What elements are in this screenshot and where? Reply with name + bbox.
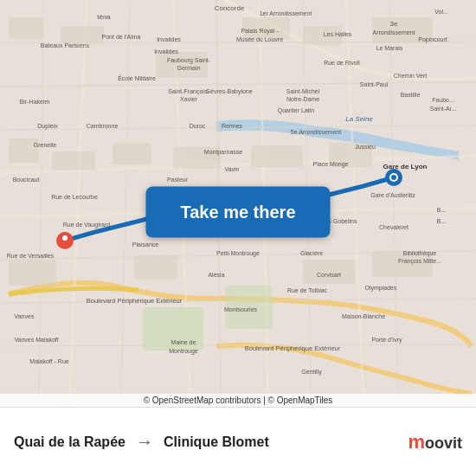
svg-text:Arrondissement: Arrondissement (372, 29, 415, 35)
svg-rect-15 (9, 260, 56, 286)
svg-rect-13 (251, 145, 303, 167)
svg-text:Faubo...: Faubo... (432, 97, 454, 103)
svg-rect-16 (134, 255, 177, 280)
svg-text:Cambronne: Cambronne (87, 123, 119, 129)
svg-text:Rue de Lecourbe: Rue de Lecourbe (51, 194, 98, 200)
svg-text:Jussieu: Jussieu (355, 144, 376, 150)
svg-rect-11 (113, 143, 151, 164)
button-overlay: Take me there (145, 187, 330, 238)
take-me-there-button[interactable]: Take me there (145, 187, 330, 238)
svg-text:Alésia: Alésia (208, 272, 224, 278)
svg-point-99 (391, 175, 396, 180)
svg-text:Palais Royal -: Palais Royal - (241, 28, 279, 35)
svg-text:Rue de Tolbiac: Rue de Tolbiac (287, 287, 328, 293)
svg-text:Saint-François-: Saint-François- (168, 88, 209, 95)
map-container: Concorde téna Pont de l'Alma Invalides I… (0, 0, 476, 407)
svg-text:B...: B... (437, 207, 447, 213)
svg-text:Duroc: Duroc (190, 123, 206, 129)
svg-text:Concorde: Concorde (215, 4, 245, 12)
svg-text:Rue de Rivoli: Rue de Rivoli (324, 60, 360, 66)
svg-text:Rennes: Rennes (222, 123, 243, 129)
svg-text:La Seine: La Seine (345, 115, 373, 123)
svg-rect-4 (61, 26, 104, 43)
svg-text:Gare de Lyon: Gare de Lyon (383, 163, 428, 170)
svg-text:Le Marais: Le Marais (376, 45, 403, 51)
svg-text:Malakoff - Rue: Malakoff - Rue (29, 358, 68, 364)
svg-text:École Militaire: École Militaire (118, 74, 156, 81)
info-bar: Quai de la Rapée → Clinique Blomet moovi… (0, 407, 476, 476)
svg-text:Saint-Paul: Saint-Paul (360, 81, 389, 87)
svg-text:Saint-Ai...: Saint-Ai... (430, 106, 456, 112)
svg-text:1er Arrondissement: 1er Arrondissement (260, 10, 312, 16)
svg-text:Grenelle: Grenelle (34, 142, 57, 148)
svg-rect-3 (9, 17, 43, 39)
svg-text:Rue de Vaugirard: Rue de Vaugirard (63, 222, 110, 228)
svg-text:5e Arrondissement: 5e Arrondissement (291, 129, 341, 135)
svg-rect-10 (52, 151, 95, 170)
svg-point-96 (62, 235, 68, 241)
svg-text:Chemin Vert: Chemin Vert (394, 73, 428, 79)
svg-text:Bir-Hakeim: Bir-Hakeim (20, 99, 50, 105)
svg-text:Pasteur: Pasteur (167, 177, 189, 183)
svg-text:Vavin: Vavin (225, 166, 240, 172)
svg-text:Vol...: Vol... (434, 9, 448, 15)
svg-text:Place Monge: Place Monge (313, 161, 349, 168)
moovit-text: moovit (408, 431, 462, 453)
svg-text:Musée du Louvre: Musée du Louvre (236, 36, 283, 42)
svg-text:B...: B... (437, 218, 447, 224)
svg-text:téna: téna (97, 13, 111, 21)
svg-text:Les Halles: Les Halles (324, 31, 352, 37)
svg-text:Montrouge: Montrouge (169, 348, 198, 355)
svg-text:Invalides: Invalides (154, 48, 178, 55)
svg-text:Rue de Versailles: Rue de Versailles (7, 253, 55, 259)
svg-text:Vanves Malakoff: Vanves Malakoff (14, 337, 58, 343)
svg-text:Montsouries: Montsouries (224, 306, 258, 312)
svg-text:Faubourg Saint-: Faubourg Saint- (167, 57, 211, 64)
svg-text:3e: 3e (390, 20, 398, 28)
svg-text:Chevaleret: Chevaleret (379, 224, 408, 230)
origin-label: Quai de la Rapée (14, 434, 125, 450)
svg-text:Sèvres-Babylone: Sèvres-Babylone (206, 88, 252, 95)
svg-text:Pont de l'Alma: Pont de l'Alma (102, 34, 141, 40)
route-info: Quai de la Rapée → Clinique Blomet (14, 432, 408, 452)
svg-text:Mairie de: Mairie de (171, 339, 196, 345)
svg-text:Invalides: Invalides (157, 36, 181, 42)
svg-text:Olympiades: Olympiades (365, 285, 397, 292)
svg-text:Vanves: Vanves (15, 313, 35, 319)
svg-text:Notre-Dame: Notre-Dame (286, 96, 319, 102)
svg-text:Montparnasse: Montparnasse (204, 149, 242, 156)
svg-text:Xavier: Xavier (180, 96, 198, 102)
svg-text:Germain: Germain (177, 65, 201, 71)
svg-text:Maison-Blanche: Maison-Blanche (342, 313, 385, 319)
svg-text:Plaisance: Plaisance (132, 241, 158, 248)
svg-text:Bastille: Bastille (401, 92, 421, 98)
svg-text:Glacière: Glacière (300, 250, 323, 256)
svg-text:Porte d'Ivry: Porte d'Ivry (371, 337, 402, 344)
svg-text:Boucicaut: Boucicaut (13, 177, 40, 183)
svg-text:Dupleix: Dupleix (37, 123, 58, 130)
svg-text:Boulevard Périphérique Extérie: Boulevard Périphérique Extérieur (245, 344, 341, 352)
route-arrow-icon: → (136, 432, 153, 452)
svg-text:Saint-Michel: Saint-Michel (286, 88, 320, 94)
svg-text:Popincourt: Popincourt (418, 36, 447, 43)
svg-text:Boulevard Périphérique Extérie: Boulevard Périphérique Extérieur (87, 297, 183, 305)
svg-text:Corvisart: Corvisart (317, 272, 341, 278)
destination-label: Clinique Blomet (164, 434, 269, 450)
svg-text:Gentilly: Gentilly (301, 369, 322, 376)
svg-text:Gare d'Austerlitz: Gare d'Austerlitz (370, 192, 415, 198)
svg-text:Quartier Latin: Quartier Latin (278, 107, 315, 114)
map-attribution: © OpenStreetMap contributors | © OpenMap… (0, 394, 476, 407)
svg-text:François Mitte...: François Mitte... (398, 258, 441, 265)
svg-text:Petit-Montrouge: Petit-Montrouge (216, 250, 260, 257)
moovit-logo: moovit (408, 431, 462, 453)
svg-text:Bibliothèque: Bibliothèque (403, 250, 437, 257)
svg-text:Bateaux Parisiens: Bateaux Parisiens (41, 42, 90, 48)
